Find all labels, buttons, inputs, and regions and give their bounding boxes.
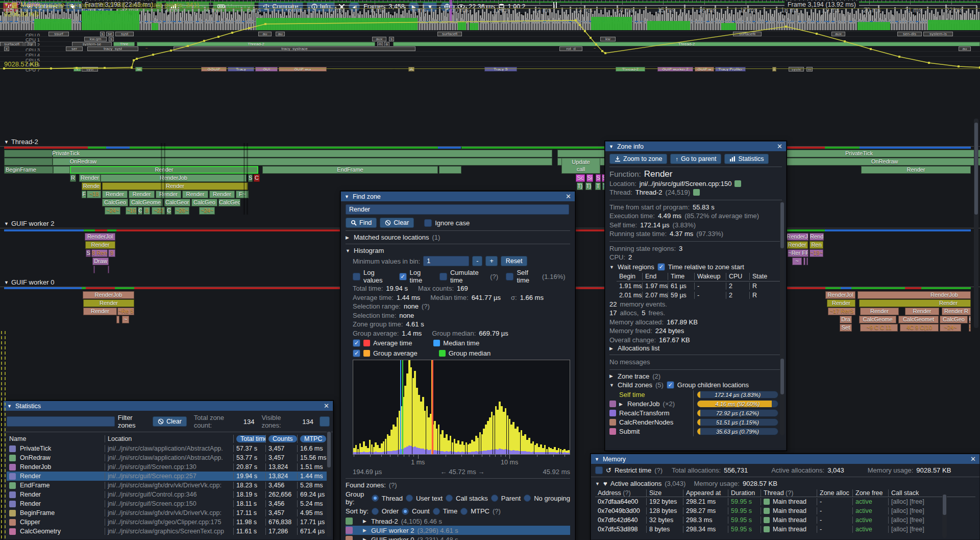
zone[interactable]: F	[82, 191, 86, 198]
zone[interactable]: S	[86, 249, 91, 257]
option-checkbox[interactable]: ✓	[399, 273, 407, 280]
close-icon[interactable]: ✕	[970, 455, 976, 463]
child-zones-expander[interactable]: ▼Child zones(5)✓Group children locations	[609, 380, 782, 390]
zone[interactable]: 4	[969, 324, 971, 332]
found-zone-row[interactable]: ▶GUIF worker 2(3,296) 4.61 s	[346, 526, 570, 535]
zone[interactable]: T)	[577, 182, 583, 190]
zone[interactable]: C	[254, 174, 260, 182]
zone[interactable]	[53, 150, 552, 157]
clear-button[interactable]: Clear	[380, 218, 414, 228]
statistics-row[interactable]: Renderjni/../jni/src/guif/Control.cpp:34…	[7, 490, 330, 499]
zone[interactable]: F~	[236, 191, 249, 198]
close-icon[interactable]: ✕	[566, 193, 571, 200]
thread-header[interactable]: ▼GUIF worker 0	[4, 278, 54, 286]
option-checkbox[interactable]	[439, 273, 447, 280]
zone[interactable]: Updatecall	[561, 158, 600, 174]
zone[interactable]	[857, 291, 971, 299]
group-children-checkbox[interactable]: ✓	[667, 381, 674, 389]
child-zone-row[interactable]: RecalcTransform72.92 µs (1.62%)	[609, 409, 782, 418]
zone[interactable]: 8 Rend	[91, 249, 108, 257]
zone[interactable]: Dra	[840, 316, 852, 323]
zone[interactable]: ~	[122, 316, 129, 323]
zone[interactable]: Render	[905, 308, 939, 315]
option-checkbox[interactable]	[506, 273, 513, 280]
allocation-row[interactable]: 0x7e049b3d00128 bytes298.27 ms59.95 sMai…	[595, 506, 975, 515]
zone[interactable]: Render	[102, 182, 248, 190]
zone[interactable]: C	[166, 207, 172, 215]
zone[interactable]: Render	[85, 241, 115, 249]
reset-button[interactable]: Reset	[501, 256, 528, 266]
ignore-case-checkbox[interactable]	[424, 219, 432, 227]
zone[interactable]: Render	[83, 299, 134, 307]
zone[interactable]: CalcGeor	[164, 199, 190, 206]
zone[interactable]	[803, 257, 805, 265]
sort-mtpc[interactable]: MTPC	[300, 435, 326, 442]
sort-total-time[interactable]: Total time	[236, 435, 265, 442]
allocation-row[interactable]: 0x7dfc53d8988 bytes298.34 ms59.95 sMain …	[595, 525, 975, 534]
zone[interactable]: T)	[585, 182, 592, 190]
zone[interactable]: 8	[143, 207, 150, 215]
zone[interactable]: RenderJob	[83, 291, 134, 299]
zone[interactable]: Render	[209, 191, 235, 198]
thread-header[interactable]: ▼GUIF worker 2	[4, 220, 54, 227]
zone[interactable]	[4, 150, 53, 157]
statistics-button[interactable]: Statistics	[724, 154, 769, 164]
zone[interactable]: ~18	[87, 191, 101, 198]
zone-time-histogram[interactable]	[353, 360, 570, 455]
zone[interactable]: Sc	[576, 174, 585, 182]
collapse-icon[interactable]: ▼	[345, 194, 349, 199]
zone[interactable]: S	[248, 174, 253, 182]
zone[interactable]: ~	[792, 257, 802, 265]
groupby-radio[interactable]	[372, 495, 379, 502]
zone[interactable]	[859, 299, 971, 307]
allocation-row[interactable]: 0x7dfc42d64032 bytes298.3 ms59.95 sMain …	[595, 515, 975, 525]
zone[interactable]: Render	[786, 241, 808, 249]
close-icon[interactable]: ✕	[777, 143, 782, 150]
matched-source-locations[interactable]: ▶Matched source locations(1)	[346, 233, 570, 241]
filter-input[interactable]	[7, 416, 115, 427]
zone[interactable]: CalcGeo	[940, 316, 968, 323]
zone-info-scrollbar[interactable]	[780, 200, 785, 435]
zone[interactable]	[439, 166, 461, 174]
restrict-time-checkbox[interactable]	[595, 466, 603, 474]
zone[interactable]: Rend	[810, 233, 824, 241]
zone[interactable]: EndFrame	[262, 166, 438, 174]
statistics-row[interactable]: BeginFramejni/../jni/src/claw/gfx/drv/vk…	[7, 508, 330, 518]
zone[interactable]: Render	[860, 308, 899, 315]
zone[interactable]	[4, 158, 53, 166]
allocations-table-header[interactable]: Address (?)SizeAppeared atDurationThread…	[595, 489, 975, 497]
zone[interactable]	[53, 166, 70, 174]
zone[interactable]: ~19~	[810, 249, 823, 257]
zone[interactable]: BeginFrame	[4, 166, 53, 174]
zone[interactable]: Render	[129, 191, 155, 198]
allocations-list-expander[interactable]: ▶Allocations list	[609, 344, 782, 352]
zone[interactable]: 4C 9 C(10	[900, 324, 939, 332]
zone[interactable]: R	[70, 174, 76, 182]
collapse-icon[interactable]: ▼	[595, 457, 599, 462]
sort-counts[interactable]: Counts	[268, 435, 297, 442]
zone[interactable]: Rende	[82, 182, 101, 190]
legend-checkbox[interactable]: ✓	[353, 339, 360, 347]
statistics-titlebar[interactable]: ▼ Statistics ✕	[4, 401, 333, 411]
child-zone-row[interactable]: CalcRenderNodes51.51 µs (1.15%)	[609, 418, 782, 427]
sortby-radio[interactable]	[460, 508, 468, 515]
allocation-row[interactable]: 0x7dfaa64e00192 bytes298.21 ms59.95 sMai…	[595, 497, 975, 506]
statistics-row[interactable]: PrivateTickjni/../jni/src/claw/applicati…	[7, 444, 330, 453]
groupby-radio[interactable]	[524, 495, 531, 502]
zone[interactable]: Render	[70, 166, 258, 174]
zone[interactable]: RenderJob	[101, 174, 247, 182]
zone[interactable]: Ren	[810, 241, 823, 249]
zone[interactable]: T	[595, 182, 601, 190]
allocations-scrollbar[interactable]	[942, 494, 947, 538]
collapse-icon[interactable]: ▼	[7, 404, 12, 409]
groupby-radio[interactable]	[446, 495, 453, 502]
zone[interactable]	[116, 316, 119, 323]
close-icon[interactable]: ✕	[324, 402, 329, 410]
statistics-table-header[interactable]: NameLocationTotal timeCountsMTPC	[7, 435, 330, 443]
zoom-to-zone-button[interactable]: Zoom to zone	[609, 154, 667, 164]
zone[interactable]: ~16	[126, 207, 137, 215]
zone[interactable]: Render	[156, 191, 181, 198]
zone[interactable]: CalcGeome	[129, 199, 163, 206]
sortby-radio[interactable]	[402, 508, 409, 515]
histogram-expander[interactable]: ▼Histogram	[346, 247, 570, 254]
